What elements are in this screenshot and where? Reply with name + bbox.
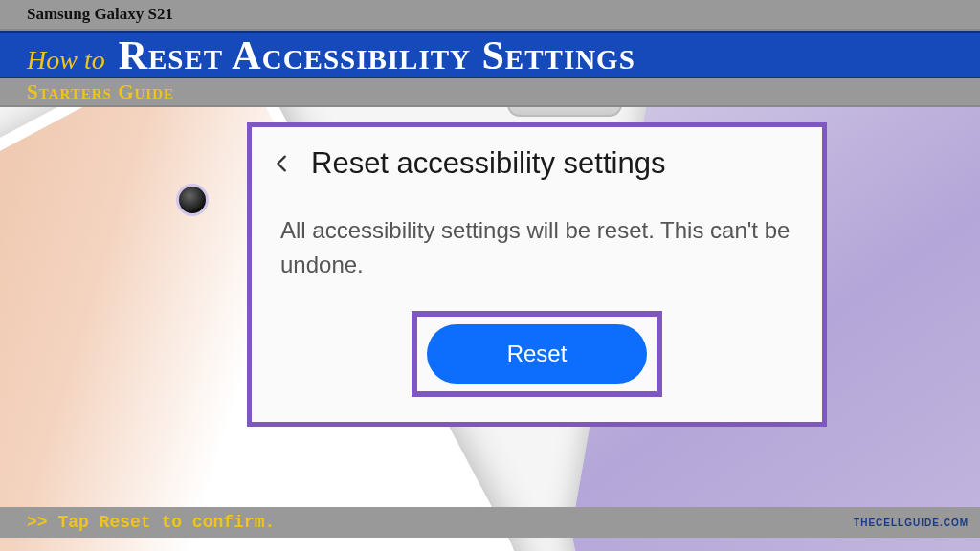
caption-text: >> Tap Reset to confirm. <box>27 513 275 532</box>
phone-camera-lens <box>176 184 209 216</box>
reset-button-row: Reset <box>252 311 822 397</box>
page-title: Reset Accessibility Settings <box>119 33 635 78</box>
subtitle-bar: Starters Guide <box>0 78 980 107</box>
device-name: Samsung Galaxy S21 <box>27 5 173 24</box>
device-bar: Samsung Galaxy S21 <box>0 0 980 31</box>
title-bars: Samsung Galaxy S21 How to Reset Accessib… <box>0 0 980 107</box>
caption-bar: >> Tap Reset to confirm. THECELLGUIDE.CO… <box>0 507 980 538</box>
reset-button[interactable]: Reset <box>427 324 647 384</box>
howto-prefix: How to <box>27 45 105 76</box>
source-attribution: THECELLGUIDE.COM <box>854 518 969 528</box>
caption-body: Tap Reset to confirm. <box>57 513 275 532</box>
subtitle: Starters Guide <box>27 80 174 104</box>
reset-dialog: Reset accessibility settings All accessi… <box>247 122 827 427</box>
main-title-bar: How to Reset Accessibility Settings <box>0 31 980 78</box>
dialog-title: Reset accessibility settings <box>311 146 665 181</box>
dialog-body-text: All accessibility settings will be reset… <box>252 190 822 311</box>
caption-prefix: >> <box>27 513 57 532</box>
dialog-header: Reset accessibility settings <box>252 133 822 190</box>
reset-highlight-box: Reset <box>412 311 662 397</box>
back-icon[interactable] <box>269 150 296 177</box>
